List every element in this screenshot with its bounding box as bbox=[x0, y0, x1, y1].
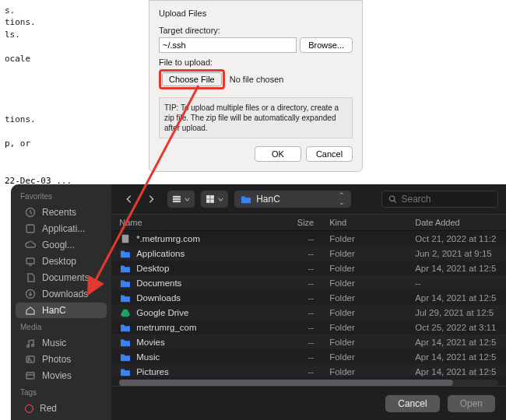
home-icon bbox=[25, 305, 36, 316]
picker-cancel-button[interactable]: Cancel bbox=[385, 395, 439, 412]
table-row[interactable]: Desktop--FolderApr 14, 2021 at 12:5 bbox=[111, 261, 506, 275]
column-headers[interactable]: Name Size Kind Date Added bbox=[111, 214, 506, 231]
table-row[interactable]: Pictures--FolderApr 14, 2021 at 12:5 bbox=[111, 364, 506, 376]
svg-rect-12 bbox=[174, 198, 181, 200]
file-name: Downloads bbox=[136, 293, 275, 303]
search-field[interactable] bbox=[381, 191, 498, 208]
file-size: -- bbox=[275, 323, 329, 332]
sidebar-tag-orange[interactable]: Orange bbox=[16, 417, 107, 420]
file-name: Desktop bbox=[136, 264, 275, 273]
file-size: -- bbox=[275, 293, 329, 303]
sidebar-item-downloads[interactable]: Downloads bbox=[16, 286, 107, 302]
svg-rect-13 bbox=[174, 201, 181, 202]
group-menu[interactable] bbox=[201, 191, 228, 208]
picker-open-button[interactable]: Open bbox=[448, 395, 495, 412]
file-kind: Folder bbox=[329, 367, 415, 376]
svg-point-5 bbox=[27, 345, 30, 348]
file-size: -- bbox=[275, 338, 329, 347]
file-upload-label: File to upload: bbox=[159, 58, 353, 67]
download-icon bbox=[25, 289, 36, 299]
folder-icon bbox=[119, 248, 132, 259]
no-file-text: No file chosen bbox=[230, 75, 284, 84]
photo-icon bbox=[25, 354, 36, 365]
folder-icon bbox=[119, 263, 132, 274]
file-name: metrumrg_com bbox=[136, 323, 275, 332]
file-size: -- bbox=[275, 367, 329, 376]
file-date: Apr 14, 2021 at 12:5 bbox=[415, 264, 498, 273]
terminal-bg-mid: tions. p, or bbox=[0, 109, 40, 154]
forward-button[interactable] bbox=[141, 191, 161, 208]
folder-icon bbox=[241, 194, 251, 204]
column-name[interactable]: Name bbox=[119, 218, 275, 227]
target-dir-input[interactable] bbox=[159, 37, 297, 53]
column-kind[interactable]: Kind bbox=[329, 218, 415, 227]
file-date: Oct 25, 2022 at 3:11 bbox=[415, 323, 498, 332]
folder-icon bbox=[119, 337, 132, 348]
search-input[interactable] bbox=[402, 194, 492, 205]
horizontal-scrollbar[interactable] bbox=[119, 380, 498, 386]
table-row[interactable]: Music--FolderApr 14, 2021 at 12:5 bbox=[111, 349, 506, 364]
ok-button[interactable]: OK bbox=[255, 146, 301, 162]
sidebar-item-googl[interactable]: Googl... bbox=[16, 237, 107, 253]
svg-rect-14 bbox=[207, 196, 210, 199]
table-row[interactable]: *.metrumrg.com--FolderOct 21, 2022 at 11… bbox=[111, 231, 506, 246]
svg-line-19 bbox=[394, 201, 396, 203]
column-date[interactable]: Date Added bbox=[415, 218, 498, 227]
sidebar-item-music[interactable]: Music bbox=[16, 335, 107, 351]
folder-icon bbox=[119, 278, 132, 289]
sidebar-item-documents[interactable]: Documents bbox=[16, 270, 107, 285]
sidebar-heading-favorites: Favorites bbox=[11, 192, 111, 204]
svg-marker-21 bbox=[121, 309, 130, 316]
sidebar-item-hanc[interactable]: HanC bbox=[16, 303, 107, 318]
file-date: Jun 2, 2021 at 9:15 bbox=[415, 249, 498, 258]
upload-files-dialog: Upload Files Target directory: Browse...… bbox=[149, 0, 363, 172]
table-row[interactable]: Movies--FolderApr 14, 2021 at 12:5 bbox=[111, 334, 506, 349]
desktop-icon bbox=[25, 256, 36, 267]
file-name: *.metrumrg.com bbox=[136, 234, 275, 243]
choose-file-button[interactable]: Choose File bbox=[162, 72, 222, 86]
sidebar-item-photos[interactable]: Photos bbox=[16, 352, 107, 367]
folder-icon bbox=[119, 292, 132, 303]
file-kind: Folder bbox=[329, 323, 415, 332]
browse-button[interactable]: Browse... bbox=[300, 37, 353, 53]
folder-icon bbox=[119, 366, 132, 377]
location-popup[interactable]: HanC ⌃⌄ bbox=[234, 191, 351, 208]
column-size[interactable]: Size bbox=[275, 218, 329, 227]
file-kind: Folder bbox=[329, 234, 415, 243]
table-row[interactable]: Applications--FolderJun 2, 2021 at 9:15 bbox=[111, 246, 506, 261]
sidebar-item-movies[interactable]: Movies bbox=[16, 368, 107, 383]
choose-file-highlight: Choose File bbox=[159, 69, 225, 89]
search-icon bbox=[388, 194, 397, 204]
file-kind: Folder bbox=[329, 249, 415, 258]
back-button[interactable] bbox=[119, 191, 139, 208]
sidebar-item-applicati[interactable]: Applicati... bbox=[16, 221, 107, 236]
file-name: Pictures bbox=[136, 367, 275, 376]
svg-rect-17 bbox=[211, 200, 214, 203]
table-row[interactable]: metrumrg_com--FolderOct 25, 2022 at 3:11 bbox=[111, 320, 506, 334]
table-row[interactable]: Google Drive--FolderJul 29, 2021 at 12:5 bbox=[111, 305, 506, 320]
table-row[interactable]: Documents--Folder-- bbox=[111, 275, 506, 290]
file-picker-window: Favorites RecentsApplicati...Googl...Des… bbox=[11, 184, 506, 420]
sidebar-tag-red[interactable]: Red bbox=[16, 401, 107, 416]
file-size: -- bbox=[275, 308, 329, 317]
file-size: -- bbox=[275, 264, 329, 273]
target-dir-label: Target directory: bbox=[159, 26, 353, 35]
file-kind: Folder bbox=[329, 308, 415, 317]
sidebar-item-label: Desktop bbox=[42, 256, 76, 267]
cancel-button[interactable]: Cancel bbox=[306, 146, 353, 162]
file-size: -- bbox=[275, 352, 329, 362]
file-name: Applications bbox=[136, 249, 275, 258]
sidebar-item-recents[interactable]: Recents bbox=[16, 205, 107, 220]
sidebar-item-label: Documents bbox=[42, 272, 90, 283]
view-list-menu[interactable] bbox=[167, 191, 195, 208]
file-date: Apr 14, 2021 at 12:5 bbox=[415, 338, 498, 347]
sidebar-item-label: Red bbox=[40, 403, 57, 414]
sidebar-item-label: Recents bbox=[42, 207, 76, 218]
table-row[interactable]: Downloads--FolderApr 14, 2021 at 12:5 bbox=[111, 290, 506, 305]
file-kind: Folder bbox=[329, 293, 415, 303]
svg-rect-15 bbox=[211, 196, 214, 199]
file-date: Oct 21, 2022 at 11:2 bbox=[415, 234, 498, 243]
file-size: -- bbox=[275, 249, 329, 258]
sidebar-item-desktop[interactable]: Desktop bbox=[16, 254, 107, 269]
toolbar: HanC ⌃⌄ bbox=[111, 184, 506, 214]
